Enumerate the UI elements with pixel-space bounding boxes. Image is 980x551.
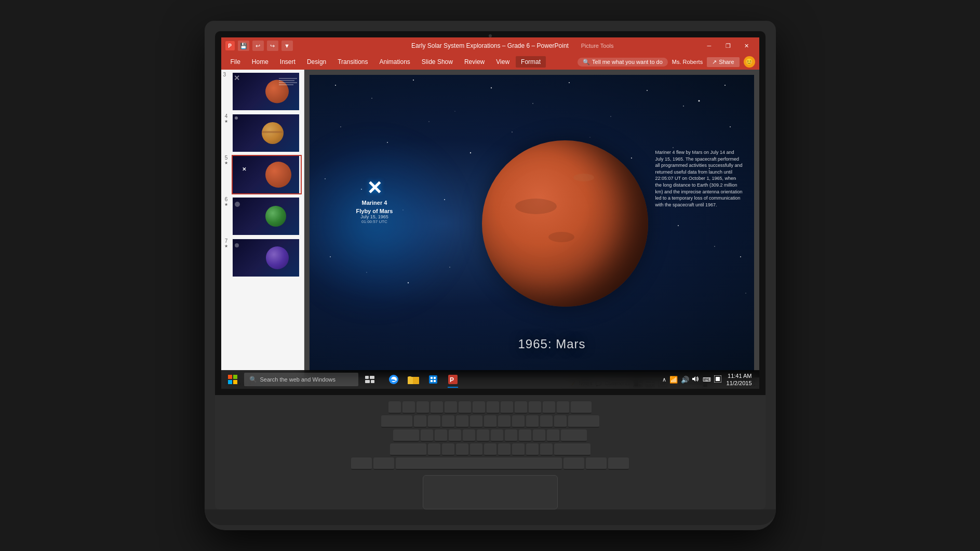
window-title: Early Solar System Explorations – Grade … xyxy=(411,42,569,49)
menu-transitions[interactable]: Transitions xyxy=(332,56,373,68)
close-button[interactable]: ✕ xyxy=(739,41,755,51)
thumb-x-mark-3: ✕ xyxy=(234,74,240,82)
task-view-icon xyxy=(365,376,374,383)
thumb-x-5: ✕ xyxy=(242,166,246,172)
svg-point-1 xyxy=(371,98,372,99)
slide-view[interactable]: ✕ Mariner 4 Flyby of Mars July 15, 1965 … xyxy=(310,75,754,372)
slide-thumbnail-6[interactable] xyxy=(232,196,302,236)
share-button[interactable]: ↗ Share xyxy=(707,57,739,67)
edge-icon-btn[interactable] xyxy=(384,370,403,389)
menu-insert[interactable]: Insert xyxy=(275,56,301,68)
svg-rect-74 xyxy=(716,377,720,381)
svg-point-2 xyxy=(413,80,414,81)
undo-button[interactable]: ↩ xyxy=(252,41,264,51)
speaker-icon[interactable] xyxy=(692,376,700,383)
clock[interactable]: 11:41 AM 11/2/2015 xyxy=(723,372,755,387)
menu-home[interactable]: Home xyxy=(247,56,274,68)
minimize-button[interactable]: ─ xyxy=(701,41,718,51)
save-button[interactable]: 💾 xyxy=(238,41,249,51)
slide-thumbnail-5[interactable]: ✕ xyxy=(232,155,302,194)
svg-rect-55 xyxy=(233,375,237,379)
svg-point-18 xyxy=(630,158,632,159)
svg-point-36 xyxy=(698,100,700,102)
keyboard-icon[interactable]: ⌨ xyxy=(703,376,711,383)
thumb-canvas-3: ✕ xyxy=(233,73,299,110)
ppt-taskbar-btn[interactable]: P xyxy=(444,370,462,389)
mars-planet xyxy=(482,140,648,307)
customize-button[interactable]: ▼ xyxy=(281,41,293,51)
tray-expand-btn[interactable]: ∧ xyxy=(662,376,666,383)
clock-time: 11:41 AM xyxy=(727,372,752,379)
mariner-flyby-date: July 15, 1965 xyxy=(356,214,393,219)
restore-button[interactable]: ❐ xyxy=(720,41,736,51)
edge-icon xyxy=(388,374,399,385)
svg-point-7 xyxy=(610,116,611,116)
menu-animations[interactable]: Animations xyxy=(374,56,415,68)
svg-rect-59 xyxy=(370,376,374,379)
keyboard-row-4 xyxy=(251,443,729,456)
svg-marker-72 xyxy=(692,376,695,382)
svg-point-11 xyxy=(340,126,341,127)
title-bar: P 💾 ↩ ↪ ▼ Early Solar System Exploration… xyxy=(221,37,759,54)
thumb-canvas-5: ✕ xyxy=(233,156,299,193)
thumb-canvas-7 xyxy=(233,239,299,277)
menu-format[interactable]: Format xyxy=(516,56,546,68)
search-bar[interactable]: 🔍 Search the web and Windows xyxy=(244,373,358,386)
svg-point-10 xyxy=(724,85,726,86)
windows-logo xyxy=(228,375,237,384)
volume-icon[interactable]: 🔊 xyxy=(681,376,689,384)
explorer-icon-btn[interactable] xyxy=(404,370,423,389)
menu-bar: File Home Insert Design Transitions Anim… xyxy=(221,54,759,70)
taskbar: 🔍 Search the web and Windows xyxy=(221,370,759,389)
slide-star-5: ★ xyxy=(224,161,228,165)
slide-number-4: 4 xyxy=(225,113,228,119)
thumb-lines-4 xyxy=(235,116,238,120)
svg-rect-68 xyxy=(431,380,433,382)
slide-panel[interactable]: 3 ✕ xyxy=(221,70,304,377)
keyboard-row-1 xyxy=(251,401,729,414)
slide-thumbnail-4[interactable] xyxy=(232,113,302,153)
tell-me-input[interactable]: 🔍 Tell me what you want to do xyxy=(578,58,668,67)
svg-text:P: P xyxy=(450,376,454,384)
menu-design[interactable]: Design xyxy=(302,56,331,68)
svg-point-19 xyxy=(673,147,674,148)
slide-thumbnail-7[interactable] xyxy=(232,238,302,278)
slide-number-7: 7 xyxy=(225,238,228,244)
redo-button[interactable]: ↪ xyxy=(267,41,278,51)
svg-point-5 xyxy=(532,103,533,104)
clock-date: 11/2/2015 xyxy=(727,379,752,387)
menu-slideshow[interactable]: Slide Show xyxy=(417,56,458,68)
svg-point-40 xyxy=(745,293,746,293)
slide-thumbnail-3[interactable]: ✕ xyxy=(232,72,302,111)
ppt-taskbar-icon: P xyxy=(447,374,459,385)
network-icon[interactable]: 📶 xyxy=(669,376,678,384)
menu-review[interactable]: Review xyxy=(459,56,490,68)
menu-bar-right: 🔍 Tell me what you want to do Ms. Robert… xyxy=(578,56,755,68)
mariner-flyby-title: Flyby of Mars xyxy=(356,208,393,214)
laptop-shell: P 💾 ↩ ↪ ▼ Early Solar System Exploration… xyxy=(205,21,776,530)
mariner-marker: ✕ Mariner 4 Flyby of Mars July 15, 1965 … xyxy=(356,179,393,224)
share-label: Share xyxy=(719,59,734,65)
start-button[interactable] xyxy=(221,370,244,389)
trackpad[interactable] xyxy=(423,475,558,509)
avatar[interactable]: 😊 xyxy=(744,56,755,68)
slide-number-3: 3 xyxy=(223,72,230,77)
main-content: 3 ✕ xyxy=(221,70,759,377)
notification-icon[interactable] xyxy=(714,375,721,384)
task-view-btn[interactable] xyxy=(360,370,379,389)
slide-star-7: ★ xyxy=(224,244,228,248)
thumb-canvas-4 xyxy=(233,114,299,152)
slide-item-5: 5 ★ ✕ xyxy=(223,155,302,194)
menu-file[interactable]: File xyxy=(225,56,246,68)
store-icon-btn[interactable] xyxy=(424,370,442,389)
slide-main: ✕ Mariner 4 Flyby of Mars July 15, 1965 … xyxy=(304,70,759,377)
slide-item-6: 6 ★ xyxy=(223,196,302,236)
slide-item-3: 3 ✕ xyxy=(223,72,302,111)
thumb-marker-6 xyxy=(235,202,240,207)
space-background: ✕ Mariner 4 Flyby of Mars July 15, 1965 … xyxy=(310,75,754,372)
svg-rect-54 xyxy=(228,375,232,379)
info-text-box[interactable]: Mariner 4 flew by Mars on July 14 and Ju… xyxy=(655,149,744,208)
menu-view[interactable]: View xyxy=(491,56,515,68)
keyboard-area xyxy=(215,395,766,509)
svg-rect-69 xyxy=(434,380,436,382)
